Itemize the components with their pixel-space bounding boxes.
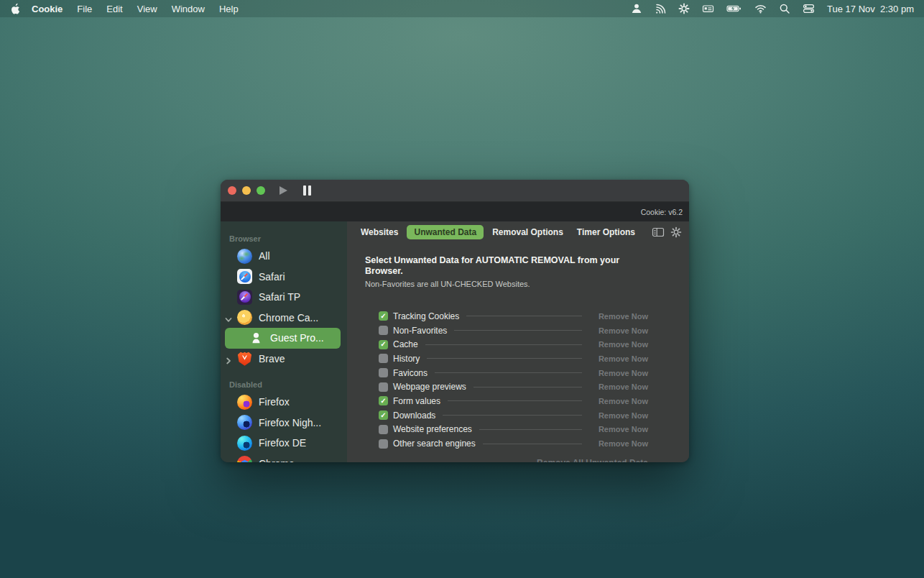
battery-charging-icon[interactable]	[726, 3, 742, 14]
menu-item-help[interactable]: Help	[219, 4, 239, 14]
sidebar-item-label: Guest Pro...	[270, 332, 324, 344]
data-row-label: Other search engines	[393, 439, 476, 449]
sidebar-item-firefox-de[interactable]: Firefox DE	[221, 433, 347, 454]
checkbox-checked[interactable]: ✓	[379, 396, 388, 405]
window-title-bar[interactable]	[221, 180, 689, 202]
checkbox-unchecked[interactable]	[379, 326, 388, 335]
sidebar-item-firefox-nigh[interactable]: Firefox Nigh...	[221, 413, 347, 434]
sidebar-section-header: Disabled	[221, 376, 347, 392]
remove-all-button[interactable]: Remove All Unwanted Data	[365, 458, 648, 462]
data-row-tracking-cookies: ✓Tracking CookiesRemove Now	[379, 309, 648, 324]
settings-gear-icon[interactable]	[670, 226, 682, 238]
panel-subtitle: Non-Favorites are all UN-CHECKED Website…	[365, 279, 648, 289]
sidebar-item-firefox[interactable]: Firefox	[221, 392, 347, 413]
data-row-label: Non-Favorites	[393, 326, 447, 336]
log-panel-icon[interactable]	[652, 226, 665, 238]
menu-item-file[interactable]: File	[77, 4, 92, 14]
remove-now-button[interactable]: Remove Now	[592, 312, 648, 321]
remove-now-button[interactable]: Remove Now	[592, 411, 648, 420]
checkbox-unchecked[interactable]	[379, 425, 388, 434]
firefox-nightly-icon	[237, 415, 252, 430]
remove-now-button[interactable]: Remove Now	[592, 340, 648, 349]
data-row-favicons: FaviconsRemove Now	[379, 366, 648, 380]
checkbox-checked[interactable]: ✓	[379, 311, 388, 321]
data-row-non-favorites: Non-FavoritesRemove Now	[379, 324, 648, 338]
data-row-label: Favicons	[393, 368, 428, 378]
checkbox-unchecked[interactable]	[379, 382, 388, 392]
data-row-other-search-engines: Other search enginesRemove Now	[379, 436, 648, 451]
sidebar-item-safari-tp[interactable]: Safari TP	[221, 287, 347, 308]
remove-now-button[interactable]: Remove Now	[592, 354, 648, 363]
menu-bar-clock[interactable]: Tue 17 Nov 2:30 pm	[827, 4, 914, 14]
pause-button[interactable]	[303, 185, 311, 196]
menu-item-window[interactable]: Window	[172, 4, 205, 14]
leader-line	[425, 344, 582, 345]
tab-websites[interactable]: Websites	[356, 225, 403, 239]
data-row-form-values: ✓Form valuesRemove Now	[379, 394, 648, 408]
checkbox-unchecked[interactable]	[379, 439, 388, 449]
chrome-icon	[237, 456, 252, 462]
data-row-label: Downloads	[393, 410, 435, 421]
leader-line	[427, 358, 582, 359]
checkbox-unchecked[interactable]	[379, 354, 388, 363]
tab-unwanted-data[interactable]: Unwanted Data	[407, 225, 484, 239]
leader-line	[483, 444, 582, 444]
sidebar-item-label: Safari	[259, 271, 285, 283]
desktop: Cookie FileEditViewWindowHelp Tue 17 Nov…	[0, 0, 924, 578]
chevron-right-icon[interactable]	[225, 355, 232, 367]
leader-line	[466, 316, 582, 316]
remove-now-button[interactable]: Remove Now	[592, 425, 648, 434]
sidebar-item-label: Safari TP	[259, 291, 300, 303]
unwanted-data-list: ✓Tracking CookiesRemove NowNon-Favorites…	[365, 309, 648, 451]
sidebar-item-label: Brave	[259, 353, 285, 364]
remove-now-button[interactable]: Remove Now	[592, 397, 648, 405]
menu-item-view[interactable]: View	[137, 4, 157, 14]
data-row-label: Webpage previews	[393, 382, 466, 392]
sidebar-item-chrome-ca[interactable]: Chrome Ca...	[221, 308, 347, 329]
minimize-button[interactable]	[242, 186, 251, 195]
checkbox-checked[interactable]: ✓	[379, 340, 388, 349]
close-button[interactable]	[228, 186, 236, 195]
search-icon[interactable]	[779, 3, 790, 14]
sidebar-item-guest-pro[interactable]: Guest Pro...	[225, 328, 341, 349]
sidebar-item-label: Chrome	[259, 458, 295, 462]
guest-profile-icon	[249, 331, 264, 346]
data-row-downloads: ✓DownloadsRemove Now	[379, 408, 648, 423]
apple-icon	[10, 3, 20, 15]
data-row-label: Cache	[393, 339, 418, 349]
user-icon[interactable]	[631, 3, 642, 14]
data-row-label: History	[393, 354, 420, 364]
chevron-down-icon[interactable]	[225, 314, 232, 326]
sidebar-item-chrome[interactable]: Chrome	[221, 454, 347, 463]
sidebar-item-safari[interactable]: Safari	[221, 267, 347, 288]
zoom-button[interactable]	[257, 186, 265, 195]
keyboard-icon[interactable]	[702, 3, 714, 14]
tab-bar: WebsitesUnwanted DataRemoval OptionsTime…	[347, 221, 689, 242]
globe-icon	[237, 249, 252, 264]
sidebar-section-header: Browser	[221, 230, 347, 246]
wifi-icon[interactable]	[754, 3, 767, 14]
remove-now-button[interactable]: Remove Now	[592, 326, 648, 335]
leader-line	[479, 429, 582, 430]
sidebar-item-brave[interactable]: Brave	[221, 349, 347, 370]
remove-now-button[interactable]: Remove Now	[592, 439, 648, 448]
sidebar-item-label: Firefox	[259, 396, 290, 408]
remove-now-button[interactable]: Remove Now	[592, 369, 648, 377]
control-center-icon[interactable]	[803, 3, 815, 14]
app-menu-title[interactable]: Cookie	[32, 4, 63, 14]
gear-icon[interactable]	[678, 3, 690, 14]
hotspot-icon[interactable]	[655, 3, 666, 14]
panel-title: Select Unwanted Data for AUTOMATIC REMOV…	[365, 255, 648, 277]
brave-icon	[237, 351, 252, 366]
leader-line	[448, 400, 582, 401]
tab-timer-options[interactable]: Timer Options	[572, 225, 640, 239]
checkbox-checked[interactable]: ✓	[379, 410, 388, 420]
sidebar-item-all[interactable]: All	[221, 246, 347, 267]
play-button[interactable]	[279, 186, 287, 195]
checkbox-unchecked[interactable]	[379, 368, 388, 377]
menu-item-edit[interactable]: Edit	[106, 4, 122, 14]
apple-menu[interactable]	[10, 3, 20, 15]
cookie-app-window: Cookie: v6.2 BrowserAllSafariSafari TPCh…	[221, 180, 689, 462]
remove-now-button[interactable]: Remove Now	[592, 382, 648, 391]
tab-removal-options[interactable]: Removal Options	[487, 225, 568, 239]
